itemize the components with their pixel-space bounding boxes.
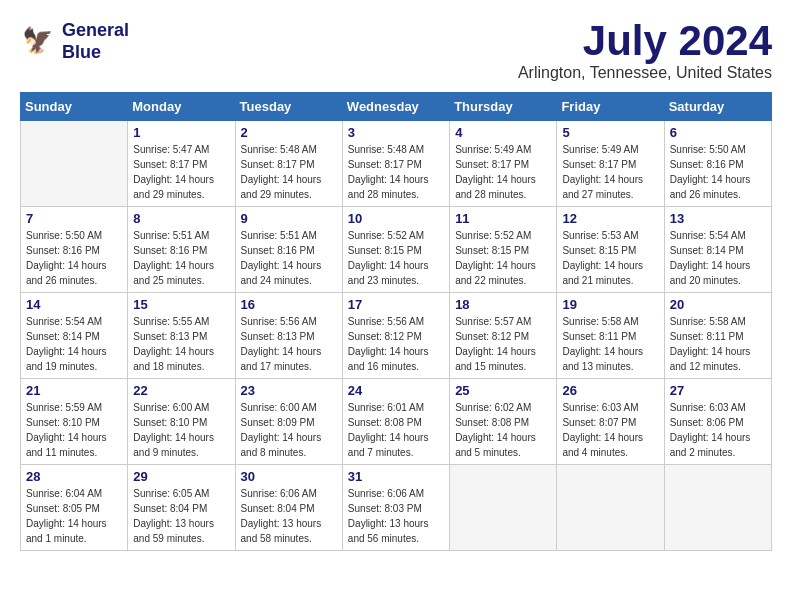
day-cell: 16Sunrise: 5:56 AM Sunset: 8:13 PM Dayli… bbox=[235, 293, 342, 379]
week-row-3: 21Sunrise: 5:59 AM Sunset: 8:10 PM Dayli… bbox=[21, 379, 772, 465]
day-number: 14 bbox=[26, 297, 122, 312]
day-cell: 6Sunrise: 5:50 AM Sunset: 8:16 PM Daylig… bbox=[664, 121, 771, 207]
day-cell: 3Sunrise: 5:48 AM Sunset: 8:17 PM Daylig… bbox=[342, 121, 449, 207]
day-number: 10 bbox=[348, 211, 444, 226]
day-number: 2 bbox=[241, 125, 337, 140]
day-cell: 4Sunrise: 5:49 AM Sunset: 8:17 PM Daylig… bbox=[450, 121, 557, 207]
day-cell bbox=[450, 465, 557, 551]
day-info: Sunrise: 5:52 AM Sunset: 8:15 PM Dayligh… bbox=[348, 228, 444, 288]
day-info: Sunrise: 5:49 AM Sunset: 8:17 PM Dayligh… bbox=[562, 142, 658, 202]
day-cell: 17Sunrise: 5:56 AM Sunset: 8:12 PM Dayli… bbox=[342, 293, 449, 379]
day-number: 26 bbox=[562, 383, 658, 398]
week-row-4: 28Sunrise: 6:04 AM Sunset: 8:05 PM Dayli… bbox=[21, 465, 772, 551]
day-cell: 29Sunrise: 6:05 AM Sunset: 8:04 PM Dayli… bbox=[128, 465, 235, 551]
title-block: July 2024 Arlington, Tennessee, United S… bbox=[518, 20, 772, 82]
day-info: Sunrise: 5:56 AM Sunset: 8:13 PM Dayligh… bbox=[241, 314, 337, 374]
day-number: 18 bbox=[455, 297, 551, 312]
day-number: 3 bbox=[348, 125, 444, 140]
day-info: Sunrise: 5:59 AM Sunset: 8:10 PM Dayligh… bbox=[26, 400, 122, 460]
header-row: SundayMondayTuesdayWednesdayThursdayFrid… bbox=[21, 93, 772, 121]
day-number: 27 bbox=[670, 383, 766, 398]
day-number: 24 bbox=[348, 383, 444, 398]
month-title: July 2024 bbox=[518, 20, 772, 62]
day-cell: 26Sunrise: 6:03 AM Sunset: 8:07 PM Dayli… bbox=[557, 379, 664, 465]
header-cell-friday: Friday bbox=[557, 93, 664, 121]
day-info: Sunrise: 5:53 AM Sunset: 8:15 PM Dayligh… bbox=[562, 228, 658, 288]
page-header: 🦅 General Blue July 2024 Arlington, Tenn… bbox=[20, 20, 772, 82]
day-info: Sunrise: 5:54 AM Sunset: 8:14 PM Dayligh… bbox=[26, 314, 122, 374]
day-cell: 21Sunrise: 5:59 AM Sunset: 8:10 PM Dayli… bbox=[21, 379, 128, 465]
day-cell: 19Sunrise: 5:58 AM Sunset: 8:11 PM Dayli… bbox=[557, 293, 664, 379]
day-cell: 30Sunrise: 6:06 AM Sunset: 8:04 PM Dayli… bbox=[235, 465, 342, 551]
logo-text: General Blue bbox=[62, 20, 129, 63]
day-number: 17 bbox=[348, 297, 444, 312]
day-cell: 9Sunrise: 5:51 AM Sunset: 8:16 PM Daylig… bbox=[235, 207, 342, 293]
header-cell-saturday: Saturday bbox=[664, 93, 771, 121]
day-cell bbox=[21, 121, 128, 207]
header-cell-sunday: Sunday bbox=[21, 93, 128, 121]
day-cell: 8Sunrise: 5:51 AM Sunset: 8:16 PM Daylig… bbox=[128, 207, 235, 293]
day-info: Sunrise: 5:52 AM Sunset: 8:15 PM Dayligh… bbox=[455, 228, 551, 288]
day-info: Sunrise: 5:56 AM Sunset: 8:12 PM Dayligh… bbox=[348, 314, 444, 374]
day-info: Sunrise: 5:55 AM Sunset: 8:13 PM Dayligh… bbox=[133, 314, 229, 374]
logo: 🦅 General Blue bbox=[20, 20, 129, 63]
day-number: 8 bbox=[133, 211, 229, 226]
day-info: Sunrise: 5:50 AM Sunset: 8:16 PM Dayligh… bbox=[670, 142, 766, 202]
day-number: 29 bbox=[133, 469, 229, 484]
week-row-2: 14Sunrise: 5:54 AM Sunset: 8:14 PM Dayli… bbox=[21, 293, 772, 379]
day-cell: 28Sunrise: 6:04 AM Sunset: 8:05 PM Dayli… bbox=[21, 465, 128, 551]
day-cell: 2Sunrise: 5:48 AM Sunset: 8:17 PM Daylig… bbox=[235, 121, 342, 207]
day-info: Sunrise: 5:51 AM Sunset: 8:16 PM Dayligh… bbox=[241, 228, 337, 288]
day-cell: 22Sunrise: 6:00 AM Sunset: 8:10 PM Dayli… bbox=[128, 379, 235, 465]
svg-text:🦅: 🦅 bbox=[22, 25, 54, 56]
day-number: 13 bbox=[670, 211, 766, 226]
day-info: Sunrise: 5:58 AM Sunset: 8:11 PM Dayligh… bbox=[562, 314, 658, 374]
day-info: Sunrise: 6:04 AM Sunset: 8:05 PM Dayligh… bbox=[26, 486, 122, 546]
week-row-1: 7Sunrise: 5:50 AM Sunset: 8:16 PM Daylig… bbox=[21, 207, 772, 293]
day-info: Sunrise: 5:54 AM Sunset: 8:14 PM Dayligh… bbox=[670, 228, 766, 288]
day-cell: 24Sunrise: 6:01 AM Sunset: 8:08 PM Dayli… bbox=[342, 379, 449, 465]
day-info: Sunrise: 5:48 AM Sunset: 8:17 PM Dayligh… bbox=[241, 142, 337, 202]
day-info: Sunrise: 6:01 AM Sunset: 8:08 PM Dayligh… bbox=[348, 400, 444, 460]
day-info: Sunrise: 6:05 AM Sunset: 8:04 PM Dayligh… bbox=[133, 486, 229, 546]
day-info: Sunrise: 5:50 AM Sunset: 8:16 PM Dayligh… bbox=[26, 228, 122, 288]
day-number: 7 bbox=[26, 211, 122, 226]
day-info: Sunrise: 5:49 AM Sunset: 8:17 PM Dayligh… bbox=[455, 142, 551, 202]
day-info: Sunrise: 6:02 AM Sunset: 8:08 PM Dayligh… bbox=[455, 400, 551, 460]
day-info: Sunrise: 6:06 AM Sunset: 8:03 PM Dayligh… bbox=[348, 486, 444, 546]
day-number: 22 bbox=[133, 383, 229, 398]
day-number: 23 bbox=[241, 383, 337, 398]
header-cell-thursday: Thursday bbox=[450, 93, 557, 121]
day-number: 1 bbox=[133, 125, 229, 140]
day-cell: 7Sunrise: 5:50 AM Sunset: 8:16 PM Daylig… bbox=[21, 207, 128, 293]
day-number: 28 bbox=[26, 469, 122, 484]
day-cell: 23Sunrise: 6:00 AM Sunset: 8:09 PM Dayli… bbox=[235, 379, 342, 465]
day-cell: 20Sunrise: 5:58 AM Sunset: 8:11 PM Dayli… bbox=[664, 293, 771, 379]
calendar-header: SundayMondayTuesdayWednesdayThursdayFrid… bbox=[21, 93, 772, 121]
day-cell: 10Sunrise: 5:52 AM Sunset: 8:15 PM Dayli… bbox=[342, 207, 449, 293]
day-info: Sunrise: 5:58 AM Sunset: 8:11 PM Dayligh… bbox=[670, 314, 766, 374]
day-cell: 11Sunrise: 5:52 AM Sunset: 8:15 PM Dayli… bbox=[450, 207, 557, 293]
logo-icon: 🦅 bbox=[20, 24, 56, 60]
header-cell-tuesday: Tuesday bbox=[235, 93, 342, 121]
day-number: 6 bbox=[670, 125, 766, 140]
day-number: 25 bbox=[455, 383, 551, 398]
day-number: 16 bbox=[241, 297, 337, 312]
day-cell: 15Sunrise: 5:55 AM Sunset: 8:13 PM Dayli… bbox=[128, 293, 235, 379]
day-info: Sunrise: 5:47 AM Sunset: 8:17 PM Dayligh… bbox=[133, 142, 229, 202]
day-number: 12 bbox=[562, 211, 658, 226]
calendar-table: SundayMondayTuesdayWednesdayThursdayFrid… bbox=[20, 92, 772, 551]
day-cell: 18Sunrise: 5:57 AM Sunset: 8:12 PM Dayli… bbox=[450, 293, 557, 379]
day-cell: 12Sunrise: 5:53 AM Sunset: 8:15 PM Dayli… bbox=[557, 207, 664, 293]
day-info: Sunrise: 5:48 AM Sunset: 8:17 PM Dayligh… bbox=[348, 142, 444, 202]
day-number: 31 bbox=[348, 469, 444, 484]
day-info: Sunrise: 6:03 AM Sunset: 8:06 PM Dayligh… bbox=[670, 400, 766, 460]
location: Arlington, Tennessee, United States bbox=[518, 64, 772, 82]
day-info: Sunrise: 6:06 AM Sunset: 8:04 PM Dayligh… bbox=[241, 486, 337, 546]
day-info: Sunrise: 6:00 AM Sunset: 8:09 PM Dayligh… bbox=[241, 400, 337, 460]
day-number: 5 bbox=[562, 125, 658, 140]
day-number: 30 bbox=[241, 469, 337, 484]
day-cell bbox=[557, 465, 664, 551]
day-number: 19 bbox=[562, 297, 658, 312]
day-cell: 31Sunrise: 6:06 AM Sunset: 8:03 PM Dayli… bbox=[342, 465, 449, 551]
